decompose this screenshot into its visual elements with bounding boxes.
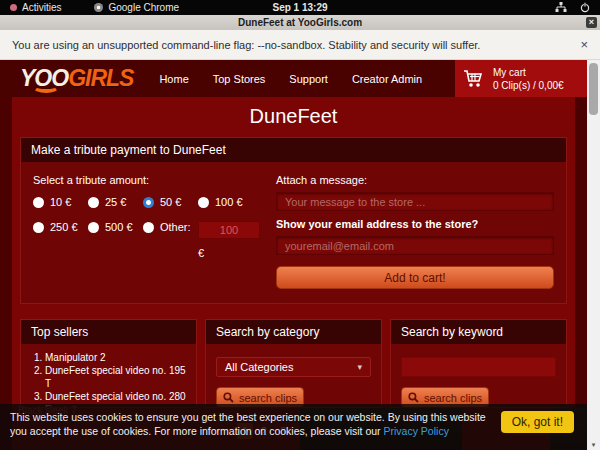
- amount-option-10[interactable]: 10 €: [33, 196, 88, 208]
- window-close-button[interactable]: ×: [586, 17, 597, 28]
- search-category-title: Search by category: [206, 320, 381, 344]
- page-content: DuneFeet Make a tribute payment to DuneF…: [12, 97, 575, 450]
- warning-message: You are using an unsupported command-lin…: [12, 39, 480, 51]
- main-nav: Home Top Stores Support Creator Admin: [159, 73, 422, 85]
- nav-top-stores[interactable]: Top Stores: [213, 73, 266, 85]
- site-logo[interactable]: YOO GIRLS: [20, 65, 133, 92]
- chevron-down-icon: ▾: [357, 362, 362, 372]
- tribute-panel: Make a tribute payment to DuneFeet Selec…: [20, 137, 567, 304]
- logo-smile-icon: [33, 81, 59, 93]
- logo-text-girls: GIRLS: [68, 65, 133, 92]
- my-cart-button[interactable]: My cart 0 Clip(s) / 0,00€: [455, 60, 587, 97]
- radio-250-icon[interactable]: [33, 222, 44, 233]
- cookie-notice-bar: This website uses cookies to ensure you …: [0, 404, 587, 450]
- scrollbar-thumb[interactable]: [589, 63, 598, 115]
- amount-options: 10 € 25 € 50 €: [33, 196, 260, 259]
- network-icon[interactable]: [555, 2, 567, 13]
- email-input[interactable]: [276, 236, 554, 255]
- amount-option-100[interactable]: 100 €: [198, 196, 260, 208]
- search-icon: [408, 392, 419, 403]
- category-selected-option: All Categories: [225, 361, 293, 373]
- focused-app-label: Google Chrome: [108, 2, 179, 13]
- nav-support[interactable]: Support: [289, 73, 328, 85]
- chrome-warning-bar: You are using an unsupported command-lin…: [0, 30, 600, 60]
- amount-option-250[interactable]: 250 €: [33, 221, 88, 233]
- search-keyword-title: Search by keyword: [391, 320, 566, 344]
- currency-label: €: [198, 247, 260, 259]
- clock[interactable]: Sep 1 13:29: [272, 2, 327, 13]
- window-title: DuneFeet at YooGirls.com: [238, 17, 362, 28]
- nav-creator-admin[interactable]: Creator Admin: [352, 73, 422, 85]
- amount-option-500[interactable]: 500 €: [88, 221, 143, 233]
- amount-option-25[interactable]: 25 €: [88, 196, 143, 208]
- radio-25-icon[interactable]: [88, 197, 99, 208]
- power-icon[interactable]: [580, 2, 590, 13]
- page-scrollbar[interactable]: ▾: [587, 60, 600, 450]
- cookie-accept-button[interactable]: Ok, got it!: [501, 411, 574, 433]
- webpage: YOO GIRLS Home Top Stores Support Creato…: [0, 60, 587, 450]
- focused-app-menu[interactable]: Google Chrome: [94, 2, 179, 13]
- chrome-icon: [94, 3, 103, 12]
- warning-close-icon[interactable]: ×: [580, 38, 588, 51]
- radio-10-icon[interactable]: [33, 197, 44, 208]
- cart-title: My cart: [493, 66, 564, 79]
- cart-icon: [463, 69, 485, 89]
- add-to-cart-button[interactable]: Add to cart!: [276, 266, 554, 289]
- site-header: YOO GIRLS Home Top Stores Support Creato…: [0, 60, 587, 97]
- top-sellers-panel: Top sellers Manipulator 2 DuneFeet speci…: [20, 319, 197, 408]
- radio-500-icon[interactable]: [88, 222, 99, 233]
- top-seller-item[interactable]: Manipulator 2: [45, 351, 190, 364]
- amount-label: Select a tribute amount:: [33, 174, 260, 186]
- search-keyword-panel: Search by keyword search clips: [390, 319, 567, 408]
- cart-summary: 0 Clip(s) / 0,00€: [493, 79, 564, 92]
- radio-50-icon[interactable]: [143, 197, 154, 208]
- keyword-input[interactable]: [401, 357, 556, 377]
- amount-option-50[interactable]: 50 €: [143, 196, 198, 208]
- gnome-top-bar: Activities Google Chrome Sep 1 13:29: [0, 0, 600, 15]
- scrollbar-down-arrow-icon[interactable]: ▾: [587, 441, 600, 449]
- category-select[interactable]: All Categories ▾: [216, 357, 371, 377]
- logo-text-yoo: YOO: [20, 65, 68, 92]
- top-sellers-title: Top sellers: [21, 320, 196, 344]
- radio-100-icon[interactable]: [198, 197, 209, 208]
- browser-viewport: YOO GIRLS Home Top Stores Support Creato…: [0, 60, 600, 450]
- nav-home[interactable]: Home: [159, 73, 188, 85]
- search-icon: [223, 392, 234, 403]
- message-input[interactable]: [276, 192, 554, 211]
- activities-indicator-icon: [10, 4, 17, 11]
- tribute-panel-title: Make a tribute payment to DuneFeet: [21, 138, 566, 162]
- search-category-panel: Search by category All Categories ▾ sear…: [205, 319, 382, 408]
- message-label: Attach a message:: [276, 174, 554, 186]
- amount-option-other[interactable]: Other:: [143, 221, 198, 233]
- top-sellers-list: Manipulator 2 DuneFeet special video no.…: [45, 351, 190, 408]
- other-amount-input[interactable]: [198, 221, 260, 239]
- activities-button[interactable]: Activities: [22, 2, 61, 13]
- top-seller-item[interactable]: DuneFeet special video no. 195 T: [45, 364, 190, 390]
- window-titlebar[interactable]: DuneFeet at YooGirls.com ×: [0, 15, 600, 30]
- privacy-policy-link[interactable]: Privacy Policy: [384, 425, 449, 437]
- email-label: Show your email address to the store?: [276, 218, 554, 230]
- cookie-notice-text: This website uses cookies to ensure you …: [10, 411, 502, 438]
- page-title: DuneFeet: [12, 97, 575, 137]
- radio-other-icon[interactable]: [143, 222, 154, 233]
